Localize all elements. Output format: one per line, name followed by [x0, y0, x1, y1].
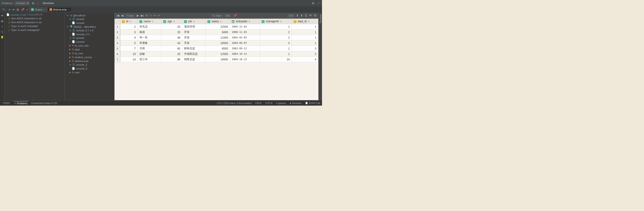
col-dept-id[interactable]: 🔑 dept_id ⇅ — [292, 19, 318, 24]
split-icon[interactable]: ⊞ — [16, 8, 20, 12]
next-page-btn[interactable]: ▶ — [136, 14, 140, 17]
warn-icon-2: ⚠ — [8, 21, 10, 24]
minimize-icon[interactable]: − — [36, 1, 40, 6]
add-tab-icon[interactable]: + — [26, 8, 29, 12]
problem-2: ⚠ Non-ASCII characters in an — [4, 21, 64, 24]
db-icon-c5: 🗄 — [72, 63, 75, 66]
refresh-btn[interactable]: ↻ — [145, 14, 148, 17]
table-row[interactable]: 4 5 常遇春 43 开发 10500 2004-09-07 3 1 — [115, 41, 318, 46]
col-age[interactable]: # age ⇅ — [162, 19, 182, 24]
tree-console-file[interactable]: 📄 console — [65, 21, 114, 25]
id-sort-icon: ⇅ — [130, 21, 131, 23]
filter-icon[interactable]: ≡ — [1, 25, 4, 29]
cell-id-3: 4 — [120, 35, 138, 41]
compare-btn[interactable]: ⇅ — [304, 14, 308, 17]
cell-entrydate-4: 2004-09-07 — [230, 41, 260, 46]
current-select[interactable]: Current — [14, 1, 30, 5]
settings-icon[interactable]: ⚙ — [31, 1, 35, 6]
output-tab-icon: O — [31, 8, 34, 11]
tree-console5-file[interactable]: 📄 console_5 — [65, 67, 114, 70]
settings-right-icon[interactable]: ⚙ — [311, 1, 315, 6]
table-row[interactable]: 2 3 杨逍 33 开发 8400 2000-11-03 2 1 — [115, 30, 318, 35]
problem-3: ✓ Typo: In word 'entrydate' — [4, 24, 64, 28]
col-salary[interactable]: # salary ⇅ — [206, 19, 230, 24]
csv-select[interactable]: CSV — [287, 14, 295, 18]
pin-output-btn[interactable]: 📌 — [233, 14, 238, 17]
rows-badge[interactable]: 7 rows — [125, 14, 135, 18]
file-header[interactable]: 📄 console_4.sql C:\Users\86178 — [4, 13, 64, 17]
tx-label: Tx — [1, 8, 6, 11]
tree-tb-user-edu[interactable]: ▶ ⊞ tb_user_edu — [65, 44, 114, 48]
table-row[interactable]: 7 14 张三丰 88 销售总监 14000 2004-10-12 14 4 — [115, 57, 318, 62]
table-row[interactable]: 3 4 韦一笑 48 开发 11000 2002-02-05 2 1 — [115, 35, 318, 41]
chevron-c5: ▼ — [69, 64, 72, 66]
tab-itheima-emp[interactable]: T itheima.emp × — [48, 7, 72, 12]
cell-salary-7: 14000 — [206, 57, 230, 62]
server-icon-mysql: 🐬 — [70, 25, 73, 28]
add-row-btn[interactable]: + — [150, 14, 152, 17]
tree-tb-user[interactable]: ▶ ⊞ tb_user — [65, 51, 114, 55]
outdent-icon[interactable]: ⇌ — [12, 8, 16, 12]
settings-table-btn[interactable]: ⚙ — [314, 14, 317, 17]
indent-icon[interactable]: ≡ — [8, 8, 11, 12]
prev-page-btn[interactable]: ◀ — [121, 14, 124, 17]
tx-auto-label[interactable]: Tx: Auto — [211, 14, 223, 18]
tree-console-db[interactable]: ▼ 🗄 console — [65, 17, 114, 21]
todo-tab[interactable]: TODO — [2, 101, 11, 105]
eye-icon[interactable]: 👁 — [0, 14, 4, 18]
cell-managerid-5: 1 — [260, 46, 292, 51]
import-btn[interactable]: ⬆ — [300, 14, 304, 17]
tab-output[interactable]: O Output × — [29, 7, 47, 12]
output-tab-close[interactable]: × — [44, 9, 45, 11]
tree-mysql[interactable]: ▼ 🐬 MySQL - @localhos — [65, 25, 114, 29]
col-entrydate[interactable]: 📅 entrydate ⇅ — [230, 19, 260, 24]
col-age-label: age — [168, 20, 172, 23]
emp-tab-icon: T — [50, 8, 52, 11]
services-bottom-label[interactable]: ● Services — [290, 102, 301, 104]
cell-entrydate-5: 2002-09-12 — [230, 46, 260, 51]
first-page-btn[interactable]: |◀ — [116, 14, 120, 17]
pin-icon[interactable]: 📌 — [20, 8, 25, 12]
export-btn[interactable]: ⬇ — [296, 14, 299, 17]
tree-itheima-emp[interactable]: ▶ ⊞ itheima.emp — [65, 59, 114, 63]
tree-dept[interactable]: ▶ ⊞ dept — [65, 48, 114, 51]
revert-btn[interactable]: ↩ — [157, 14, 161, 17]
lightbulb-icon[interactable]: 💡 — [0, 36, 4, 40]
mgr-sort-icon: ⇅ — [280, 21, 282, 23]
tree-console4[interactable]: ▼ 🗄 console_4 7 s 4: — [65, 29, 114, 32]
chevron-tbu: ▶ — [69, 44, 71, 47]
cell-name-5: 灭绝 — [138, 46, 162, 51]
col-id-label: id — [126, 20, 128, 23]
col-managerid[interactable]: # managerid ⇅ — [260, 19, 292, 24]
tree-console4-file[interactable]: 📄 console_4 7... — [65, 32, 114, 36]
last-page-btn[interactable]: ▶| — [140, 14, 144, 17]
ddl-btn[interactable]: DDL — [224, 14, 232, 18]
tree-console2-file[interactable]: 📄 console — [65, 40, 114, 44]
table-row[interactable]: 6 10 赵敏 20 市场部总监 12500 2004-10-12 1 2 — [115, 51, 318, 57]
sort-icon[interactable]: ⇅ — [1, 30, 4, 34]
tree-console5[interactable]: ▼ 🗄 console_5 — [65, 63, 114, 67]
cell-job-3: 开发 — [182, 35, 206, 41]
tree-student-course[interactable]: ▶ ⊞ student_course — [65, 55, 114, 59]
close-icon[interactable]: − — [317, 1, 320, 6]
col-job[interactable]: T job ⇅ — [182, 19, 206, 24]
tree-user[interactable]: ▶ ⊞ user — [65, 70, 114, 74]
col-id[interactable]: 🔑 id ⇅ — [120, 19, 138, 24]
event-log-btn[interactable]: 📋 Event Log — [305, 102, 320, 104]
view-toggle-btn[interactable]: 👁 — [308, 14, 312, 17]
col-name[interactable]: T name ⇅ — [138, 19, 162, 24]
sidebar-toggle-icon[interactable]: ▣ — [0, 19, 4, 23]
tree-console-under-mysql[interactable]: ▼ 🗄 console — [65, 36, 114, 40]
delete-row-btn[interactable]: ↩ — [153, 14, 156, 17]
col-managerid-label: managerid — [266, 20, 279, 23]
table-row[interactable]: 1 2 张无忌 20 项目经理 12500 2005-12-05 1 1 — [115, 24, 318, 30]
chevron-sc: ▶ — [69, 56, 71, 58]
content-area: 👁 ▣ ≡ ⇅ 💡 📄 console_4.sql C:\Users\86178… — [0, 13, 322, 100]
table-row[interactable]: 5 7 灭绝 60 财务总监 8500 2002-09-12 1 3 — [115, 46, 318, 51]
cell-entrydate-7: 2004-10-12 — [230, 57, 260, 62]
structure-tab[interactable]: Structure — [318, 13, 322, 25]
problems-tab[interactable]: ● Problems — [14, 101, 28, 105]
chevron-console4: ▼ — [69, 29, 72, 32]
tree-localhost[interactable]: ▼ 🖥 @localhost — [65, 14, 114, 17]
emp-tab-close[interactable]: × — [68, 9, 70, 11]
